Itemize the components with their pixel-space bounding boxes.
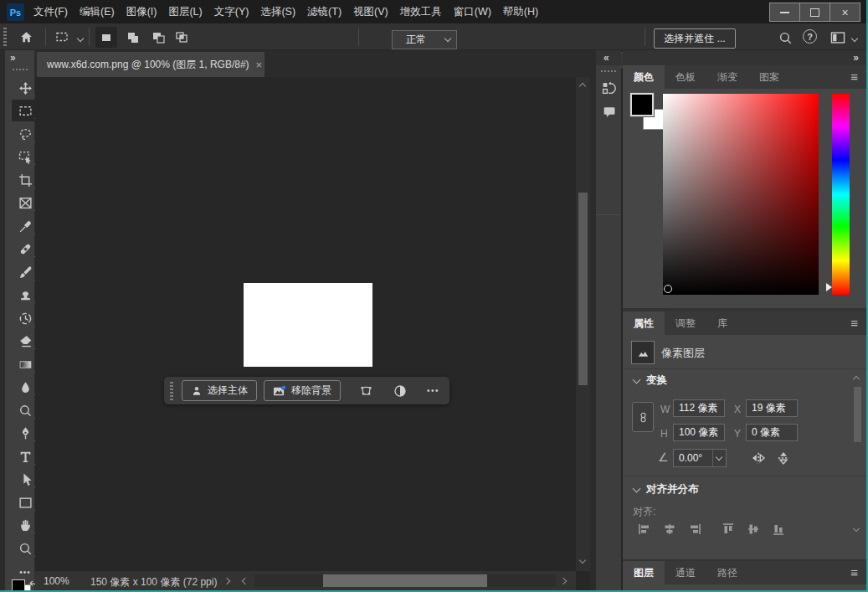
tab-color[interactable]: 颜色 bbox=[623, 65, 665, 89]
workspace-chevron-icon[interactable] bbox=[851, 35, 858, 42]
tool-preset-button[interactable] bbox=[50, 28, 74, 46]
foreground-color-swatch[interactable] bbox=[12, 579, 25, 591]
canvas-pasteboard[interactable]: 选择主体 移除背景 ••• bbox=[35, 77, 576, 571]
document-tab[interactable]: www.x6d.com.png @ 100% (图层 1, RGB/8#) × bbox=[37, 52, 265, 77]
status-menu-chevron-icon[interactable] bbox=[223, 578, 230, 584]
align-left-button[interactable] bbox=[636, 521, 653, 538]
comments-panel-button[interactable] bbox=[599, 102, 618, 121]
document-canvas[interactable] bbox=[244, 283, 372, 367]
options-grip[interactable] bbox=[3, 28, 7, 46]
color-field-marker[interactable] bbox=[664, 285, 672, 293]
maximize-button[interactable] bbox=[799, 3, 830, 22]
align-center-horizontal-button[interactable] bbox=[661, 521, 678, 538]
subtract-from-selection-button[interactable] bbox=[147, 27, 169, 48]
help-button[interactable]: ? bbox=[803, 29, 817, 44]
select-subject-button[interactable]: 选择主体 bbox=[182, 380, 257, 401]
tab-paths[interactable]: 路径 bbox=[706, 561, 748, 584]
tab-adjustments[interactable]: 调整 bbox=[665, 311, 706, 335]
align-top-button[interactable] bbox=[720, 521, 737, 538]
layer-type-label: 像素图层 bbox=[661, 346, 705, 361]
tab-swatches[interactable]: 色板 bbox=[665, 65, 706, 89]
menu-window[interactable]: 窗口(W) bbox=[454, 5, 491, 19]
vertical-scroll-thumb[interactable] bbox=[578, 193, 588, 385]
w-input[interactable] bbox=[673, 399, 725, 417]
tab-gradients[interactable]: 渐变 bbox=[706, 65, 748, 89]
align-collapse-icon[interactable] bbox=[633, 485, 641, 493]
properties-scroll-down-icon[interactable] bbox=[853, 525, 860, 532]
foreground-swatch[interactable] bbox=[630, 93, 654, 116]
scroll-up-icon[interactable] bbox=[579, 83, 586, 90]
menu-filter[interactable]: 滤镜(T) bbox=[307, 5, 342, 19]
menu-file[interactable]: 文件(F) bbox=[33, 5, 68, 19]
h-input[interactable] bbox=[673, 424, 725, 441]
tab-libraries[interactable]: 库 bbox=[706, 311, 738, 335]
layers-panel-menu-icon[interactable]: ≡ bbox=[850, 566, 858, 579]
adjustments-icon[interactable] bbox=[393, 384, 407, 398]
toolbar-grip[interactable] bbox=[12, 68, 28, 71]
hscroll-right-icon[interactable] bbox=[560, 578, 567, 584]
panel-collapse-icon[interactable]: » bbox=[853, 52, 858, 64]
toolbar-collapse-icon[interactable]: » bbox=[10, 52, 15, 64]
color-panel-menu-icon[interactable]: ≡ bbox=[850, 70, 858, 83]
horizontal-scroll-thumb[interactable] bbox=[323, 574, 487, 587]
flip-vertical-icon[interactable] bbox=[776, 450, 791, 466]
dock-grip[interactable] bbox=[600, 69, 617, 73]
tool-preset-chevron-icon[interactable] bbox=[77, 35, 84, 42]
hscroll-left-icon[interactable] bbox=[242, 578, 249, 584]
new-selection-button[interactable] bbox=[95, 27, 117, 48]
properties-scroll-up-icon[interactable] bbox=[853, 376, 860, 383]
link-dimensions-button[interactable] bbox=[632, 402, 654, 432]
intersect-selection-button[interactable] bbox=[171, 27, 193, 48]
menu-layer[interactable]: 图层(L) bbox=[168, 5, 202, 19]
flip-horizontal-icon[interactable] bbox=[751, 450, 766, 466]
saturation-brightness-field[interactable] bbox=[663, 94, 819, 295]
task-bar-more-icon[interactable]: ••• bbox=[427, 386, 439, 395]
horizontal-scroll-track[interactable] bbox=[254, 574, 556, 587]
workspace-button[interactable] bbox=[829, 30, 847, 44]
search-button[interactable] bbox=[776, 28, 794, 47]
y-label: Y bbox=[734, 428, 741, 440]
hue-slider[interactable] bbox=[832, 94, 850, 295]
properties-panel-menu-icon[interactable]: ≡ bbox=[850, 317, 858, 329]
document-tab-close-icon[interactable]: × bbox=[256, 59, 263, 71]
close-button[interactable]: × bbox=[829, 3, 860, 22]
align-middle-vertical-button[interactable] bbox=[745, 521, 762, 538]
align-section-title[interactable]: 对齐并分布 bbox=[646, 482, 699, 497]
style-dropdown[interactable]: 正常 bbox=[392, 30, 457, 49]
x-input[interactable] bbox=[746, 399, 798, 417]
tab-channels[interactable]: 通道 bbox=[665, 561, 706, 584]
align-bottom-button[interactable] bbox=[770, 521, 787, 538]
dock-collapse-icon[interactable]: « bbox=[603, 52, 609, 64]
tab-patterns[interactable]: 图案 bbox=[748, 65, 790, 89]
tab-layers[interactable]: 图层 bbox=[623, 561, 665, 584]
menu-view[interactable]: 视图(V) bbox=[353, 5, 388, 19]
select-and-mask-button[interactable]: 选择并遮住 ... bbox=[654, 28, 736, 49]
transform-icon[interactable] bbox=[359, 384, 373, 397]
vertical-scrollbar[interactable] bbox=[576, 77, 590, 571]
menu-image[interactable]: 图像(I) bbox=[126, 5, 157, 19]
properties-scroll-thumb[interactable] bbox=[854, 387, 861, 442]
hue-slider-handle[interactable] bbox=[826, 283, 832, 291]
document-tab-strip: www.x6d.com.png @ 100% (图层 1, RGB/8#) × bbox=[35, 50, 590, 77]
align-right-button[interactable] bbox=[686, 521, 703, 538]
y-input[interactable] bbox=[746, 424, 798, 441]
menu-type[interactable]: 文字(Y) bbox=[214, 5, 249, 19]
scroll-down-icon[interactable] bbox=[579, 557, 586, 564]
remove-background-button[interactable]: 移除背景 bbox=[264, 380, 341, 401]
history-panel-button[interactable] bbox=[599, 79, 618, 97]
add-to-selection-button[interactable] bbox=[122, 27, 144, 48]
task-bar-grip[interactable] bbox=[170, 382, 173, 400]
menu-edit[interactable]: 编辑(E) bbox=[80, 5, 115, 19]
h-label: H bbox=[660, 428, 668, 440]
tab-properties[interactable]: 属性 bbox=[623, 311, 665, 335]
minimize-button[interactable] bbox=[769, 3, 800, 22]
angle-combo[interactable]: 0.00° bbox=[673, 449, 727, 467]
transform-section-title[interactable]: 变换 bbox=[646, 373, 667, 388]
menu-plugins[interactable]: 增效工具 bbox=[400, 5, 442, 19]
zoom-level[interactable]: 100% bbox=[44, 575, 69, 587]
transform-collapse-icon[interactable] bbox=[633, 376, 641, 384]
menu-help[interactable]: 帮助(H) bbox=[503, 5, 538, 19]
menu-select[interactable]: 选择(S) bbox=[260, 5, 295, 19]
color-panel-tabs: 颜色 色板 渐变 图案 ≡ bbox=[623, 65, 866, 89]
home-button[interactable] bbox=[17, 28, 35, 46]
